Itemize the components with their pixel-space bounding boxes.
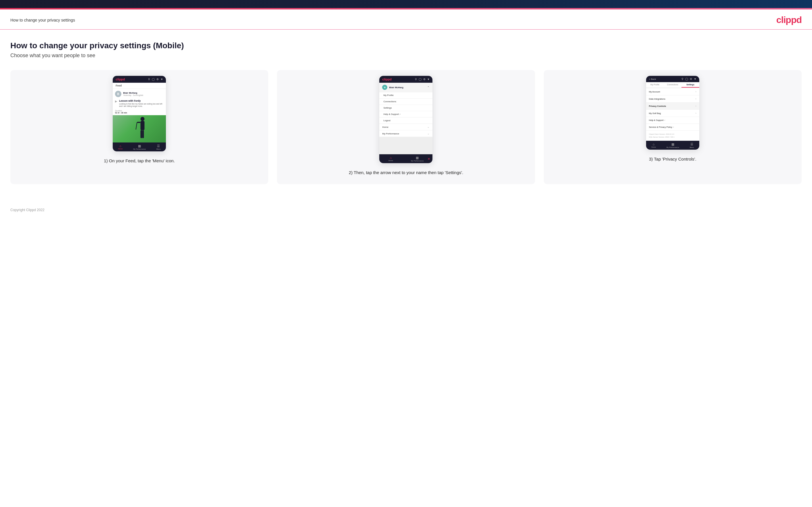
s2-performance-section[interactable]: My Performance ⌄ — [379, 130, 433, 137]
search-icon[interactable]: ⚲ — [415, 78, 417, 81]
s2-performance-nav[interactable]: ▦ My Performance — [411, 156, 423, 162]
home-icon: ⌂ — [119, 144, 121, 148]
performance-icon: ▦ — [138, 144, 141, 148]
s3-my-account-label: My Account — [649, 91, 660, 93]
s2-home-section[interactable]: Home ⌄ — [379, 124, 433, 130]
settings-icon[interactable]: ⚙ — [423, 78, 425, 81]
settings-icon[interactable]: ⚙ — [690, 77, 692, 80]
s3-help-support-row[interactable]: Help & Support — [646, 117, 699, 124]
s1-bottom-nav: ⌂ Home ▦ My Performance ☰ Menu — [113, 143, 166, 151]
s3-privacy-controls-arrow: › — [696, 105, 697, 107]
s1-menu-nav[interactable]: ☰ Menu — [156, 144, 161, 150]
performance-icon: ▦ — [416, 156, 419, 160]
chevron-icon[interactable]: ▼ — [160, 78, 163, 81]
s3-service-privacy-label: Service & Privacy Policy — [649, 126, 674, 128]
chevron-icon[interactable]: ▼ — [694, 77, 697, 80]
s2-dropdown: B Blair McHarg ⌃ My Profile Connections … — [379, 83, 433, 137]
search-icon[interactable]: ⚲ — [681, 77, 683, 80]
tab-settings[interactable]: Settings — [681, 82, 699, 88]
menu-label: Menu — [690, 147, 694, 148]
lesson-icon: ▶ — [115, 100, 117, 103]
s2-logo: clippd — [382, 77, 391, 81]
steps-row: clippd ⚲ ◯ ⚙ ▼ Feed B — [10, 70, 802, 184]
s2-connections[interactable]: Connections — [379, 99, 433, 105]
s3-privacy-controls-row[interactable]: Privacy Controls › — [646, 103, 699, 110]
svg-point-0 — [140, 117, 144, 121]
tab-my-profile[interactable]: My Profile — [646, 82, 664, 88]
home-label: Home — [651, 146, 656, 148]
footer-copyright: Copyright Clippd 2022 — [10, 208, 45, 212]
menu-icon: ☰ — [157, 144, 160, 148]
svg-line-5 — [136, 122, 137, 129]
s2-close-nav[interactable]: ✕ — [427, 157, 430, 161]
s2-my-profile[interactable]: My Profile — [379, 92, 433, 99]
s3-data-integrations-arrow: › — [696, 97, 697, 100]
header-title: How to change your privacy settings — [10, 18, 75, 22]
step-3-phone: < Back ⚲ ◯ ⚙ ▼ My Profile Connections Se… — [646, 76, 699, 150]
top-bar — [0, 0, 812, 8]
s1-feed-bar: Feed — [113, 83, 166, 89]
s2-settings[interactable]: Settings — [379, 105, 433, 111]
s1-lesson-title: Lesson with Fordy — [119, 99, 164, 102]
s3-back-button[interactable]: < Back — [649, 78, 656, 80]
logo: clippd — [776, 15, 802, 25]
s2-avatar: B — [382, 85, 387, 90]
s1-body: B Blair McHarg Yesterday · Sunningdale ▶… — [113, 89, 166, 143]
s2-home-arrow: ⌄ — [427, 125, 429, 128]
step-2-card: clippd ⚲ ◯ ⚙ ▼ B Blair McHarg — [277, 70, 535, 184]
s2-backdrop — [379, 137, 433, 154]
s2-bottom-nav: ⌂ Home ▦ My Performance ✕ — [379, 154, 433, 163]
s3-service-privacy-row[interactable]: Service & Privacy Policy — [646, 124, 699, 131]
s3-home-nav[interactable]: ⌂ Home — [651, 143, 656, 148]
s3-my-account-row[interactable]: My Account › — [646, 88, 699, 95]
footer: Copyright Clippd 2022 — [0, 202, 812, 218]
s3-navbar: < Back ⚲ ◯ ⚙ ▼ — [646, 76, 699, 82]
svg-rect-3 — [140, 130, 142, 138]
profile-icon[interactable]: ◯ — [419, 78, 421, 81]
chevron-icon[interactable]: ▼ — [427, 78, 430, 81]
s1-lesson-block: ▶ Lesson with Fordy Looking to feel like… — [113, 98, 166, 109]
step-1-card: clippd ⚲ ◯ ⚙ ▼ Feed B — [10, 70, 268, 184]
feed-label: Feed — [115, 84, 121, 87]
step-2-caption: 2) Then, tap the arrow next to your name… — [349, 169, 463, 176]
s3-my-golf-bag-row[interactable]: My Golf Bag › — [646, 110, 699, 117]
settings-icon[interactable]: ⚙ — [156, 78, 159, 81]
svg-rect-4 — [142, 130, 144, 138]
s3-performance-nav[interactable]: ▦ My Performance — [666, 143, 679, 148]
profile-icon[interactable]: ◯ — [152, 78, 155, 81]
s3-settings-list: My Account › Data Integrations › Privacy… — [646, 88, 699, 131]
s1-logo: clippd — [115, 77, 125, 81]
s1-lesson-desc: Looking to feel like my hands are exitin… — [119, 103, 164, 108]
performance-label: My Performance — [411, 160, 423, 162]
s3-my-golf-bag-label: My Golf Bag — [649, 112, 661, 115]
header: How to change your privacy settings clip… — [0, 9, 812, 30]
s1-performance-nav[interactable]: ▦ My Performance — [133, 144, 146, 150]
home-label: Home — [389, 160, 393, 161]
s2-logout[interactable]: Logout — [379, 117, 433, 124]
profile-icon[interactable]: ◯ — [685, 77, 688, 80]
search-icon[interactable]: ⚲ — [148, 78, 150, 81]
s2-navbar: clippd ⚲ ◯ ⚙ ▼ — [379, 76, 433, 83]
s3-menu-nav[interactable]: ☰ Menu — [690, 143, 694, 148]
s2-chevron-up: ⌃ — [427, 86, 429, 89]
s2-help-support[interactable]: Help & Support — [379, 111, 433, 117]
s2-user-row[interactable]: B Blair McHarg ⌃ — [379, 83, 433, 92]
svg-rect-1 — [140, 121, 144, 130]
s3-data-integrations-row[interactable]: Data Integrations › — [646, 95, 699, 103]
s1-golf-image — [113, 115, 166, 143]
tab-connections[interactable]: Connections — [664, 82, 681, 88]
s3-help-support-label: Help & Support — [649, 119, 666, 121]
home-icon: ⌂ — [390, 156, 392, 159]
s2-username: Blair McHarg — [389, 86, 403, 89]
step-3-caption: 3) Tap 'Privacy Controls'. — [649, 156, 697, 163]
s3-tabs: My Profile Connections Settings — [646, 82, 699, 88]
performance-label: My Performance — [666, 147, 679, 148]
s1-duration: Duration01 hr : 30 min — [113, 109, 166, 115]
s2-home-nav[interactable]: ⌂ Home — [389, 156, 393, 162]
s2-performance-label: My Performance — [382, 132, 399, 135]
s1-user-info: Blair McHarg Yesterday · Sunningdale — [123, 92, 143, 96]
s1-user-sub: Yesterday · Sunningdale — [123, 94, 143, 96]
main-content: How to change your privacy settings (Mob… — [0, 30, 812, 202]
s1-home-nav[interactable]: ⌂ Home — [118, 144, 122, 150]
performance-label: My Performance — [133, 148, 146, 150]
